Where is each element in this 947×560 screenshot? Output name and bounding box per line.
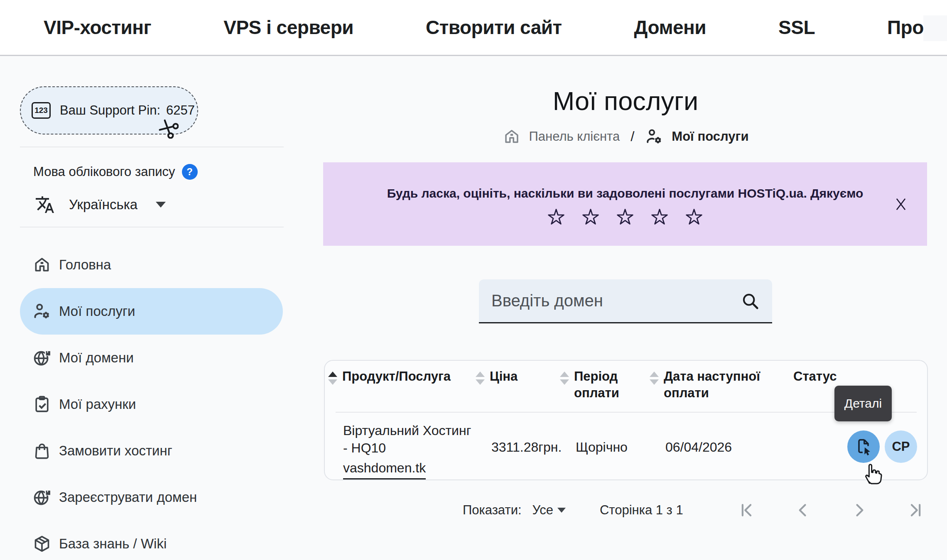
- partial-corner-widget: [923, 15, 947, 41]
- billing-period-cell: Щорічно: [560, 438, 650, 479]
- sidebar-item-label: Мої домени: [59, 350, 134, 366]
- breadcrumb-separator: /: [628, 129, 637, 144]
- manage-services-icon: [645, 127, 663, 146]
- survey-banner: Будь ласка, оцініть, наскільки ви задово…: [323, 162, 927, 246]
- sidebar-item-label: Головна: [59, 257, 111, 273]
- sidebar-menu: Головна Мої послуги: [20, 242, 304, 560]
- column-header-status: Статус: [792, 368, 837, 401]
- status-cell: [792, 422, 837, 479]
- language-selector[interactable]: Українська: [35, 195, 304, 215]
- sidebar-item-label: Мої рахунки: [59, 396, 136, 412]
- search-input[interactable]: [491, 291, 736, 310]
- knowledge-base-icon: [32, 534, 52, 553]
- price-cell: 3311.28грн.: [476, 438, 560, 479]
- language-section-label: Мова облікового запису: [33, 164, 175, 179]
- next-page-icon[interactable]: [850, 501, 868, 519]
- globe-register-icon: [32, 488, 52, 507]
- domain-search-field: [479, 279, 772, 323]
- client-panel-screen: VIP-хостинг VPS і сервери Створити сайт …: [0, 0, 947, 560]
- column-header-next-due[interactable]: Дата наступної оплати: [650, 368, 792, 401]
- page-title: Мої послуги: [324, 86, 927, 116]
- chevron-down-icon: [557, 508, 566, 513]
- sidebar: 123 Ваш Support Pin:6257 Мова облікового…: [0, 56, 304, 560]
- column-header-price[interactable]: Ціна: [476, 368, 560, 401]
- sort-icon[interactable]: [560, 372, 569, 385]
- sidebar-item-label: База знань / Wiki: [59, 536, 167, 552]
- details-doc-icon: [854, 438, 873, 456]
- details-tooltip: Деталі: [834, 386, 892, 421]
- sidebar-item-my-invoices[interactable]: Мої рахунки: [20, 381, 283, 428]
- support-pin-badge[interactable]: 123 Ваш Support Pin:6257: [20, 86, 198, 134]
- sidebar-divider: [20, 227, 284, 227]
- page-info: Сторінка 1 з 1: [600, 503, 683, 518]
- sidebar-item-label: Мої послуги: [59, 303, 135, 319]
- breadcrumb-current: Мої послуги: [672, 129, 748, 144]
- services-table-card: Продукт/Послуга Ціна Період оплати Дата …: [324, 360, 928, 480]
- table-row: Віртуальний Хостинг - HQ10 vashdomen.tk …: [325, 413, 927, 479]
- home-icon[interactable]: [503, 127, 521, 146]
- first-page-icon[interactable]: [737, 501, 756, 519]
- star-icon[interactable]: [650, 207, 669, 226]
- sort-icon[interactable]: [650, 372, 659, 385]
- domain-link[interactable]: vashdomen.tk: [343, 459, 426, 479]
- product-cell: Віртуальний Хостинг - HQ10 vashdomen.tk: [328, 422, 476, 479]
- nav-domains[interactable]: Домени: [634, 16, 707, 39]
- rows-per-page-label: Показати:: [463, 503, 522, 518]
- translate-icon: [35, 195, 55, 215]
- rows-per-page-select[interactable]: Усе: [532, 503, 566, 518]
- star-icon[interactable]: [684, 207, 704, 226]
- star-icon[interactable]: [547, 207, 566, 226]
- sidebar-item-order-hosting[interactable]: Замовити хостинг: [20, 428, 283, 474]
- pin-123-icon: 123: [32, 102, 51, 119]
- star-icon[interactable]: [616, 207, 635, 226]
- breadcrumb-parent[interactable]: Панель клієнта: [529, 129, 620, 144]
- scissors-icon[interactable]: [158, 118, 179, 139]
- cp-button[interactable]: CP: [885, 430, 917, 463]
- top-navigation: VIP-хостинг VPS і сервери Створити сайт …: [0, 0, 947, 56]
- support-pin-value: 6257: [166, 103, 195, 117]
- pagination-bar: Показати: Усе Сторінка 1 з 1: [324, 501, 927, 519]
- sidebar-item-my-domains[interactable]: Мої домени: [20, 335, 283, 381]
- help-icon[interactable]: ?: [182, 164, 198, 180]
- survey-message: Будь ласка, оцініть, наскільки ви задово…: [323, 162, 927, 201]
- next-due-date-cell: 06/04/2026: [650, 438, 792, 479]
- globe-domain-icon: [32, 348, 52, 367]
- sidebar-item-home[interactable]: Головна: [20, 242, 283, 288]
- previous-page-icon[interactable]: [794, 501, 812, 519]
- sidebar-item-label: Зареєструвати домен: [59, 489, 197, 505]
- sidebar-item-label: Замовити хостинг: [59, 443, 172, 459]
- shopping-bag-icon: [32, 441, 52, 460]
- breadcrumb: Панель клієнта / Мої послуги: [324, 127, 927, 146]
- pagination-buttons: [737, 501, 925, 519]
- sort-icon[interactable]: [328, 372, 337, 385]
- column-header-period[interactable]: Період оплати: [560, 368, 650, 401]
- nav-ssl[interactable]: SSL: [778, 16, 815, 39]
- nav-vps-servers[interactable]: VPS і сервери: [223, 16, 353, 39]
- search-icon[interactable]: [741, 291, 760, 311]
- manage-services-icon: [32, 302, 52, 321]
- home-icon: [32, 255, 52, 274]
- sidebar-item-register-domain[interactable]: Зареєструвати домен: [20, 474, 283, 521]
- close-icon[interactable]: [893, 196, 909, 213]
- star-icon[interactable]: [581, 207, 600, 226]
- last-page-icon[interactable]: [907, 501, 925, 519]
- mouse-cursor-hand: [860, 460, 885, 486]
- support-pin-label: Ваш Support Pin:6257: [60, 103, 195, 118]
- main-content: Мої послуги Панель клієнта / Мої послуги…: [324, 56, 927, 519]
- nav-vip-hosting[interactable]: VIP-хостинг: [44, 16, 151, 39]
- sidebar-item-knowledge-base[interactable]: База знань / Wiki: [20, 521, 283, 560]
- rating-stars: [323, 207, 927, 226]
- sidebar-divider: [20, 147, 284, 147]
- details-button[interactable]: [847, 430, 880, 463]
- invoices-icon: [32, 395, 52, 414]
- language-value: Українська: [69, 197, 137, 213]
- column-header-product[interactable]: Продукт/Послуга: [328, 368, 476, 401]
- nav-create-site[interactable]: Створити сайт: [426, 16, 562, 39]
- sort-icon[interactable]: [476, 372, 485, 385]
- sidebar-item-my-services[interactable]: Мої послуги: [20, 288, 283, 335]
- chevron-down-icon: [156, 202, 166, 208]
